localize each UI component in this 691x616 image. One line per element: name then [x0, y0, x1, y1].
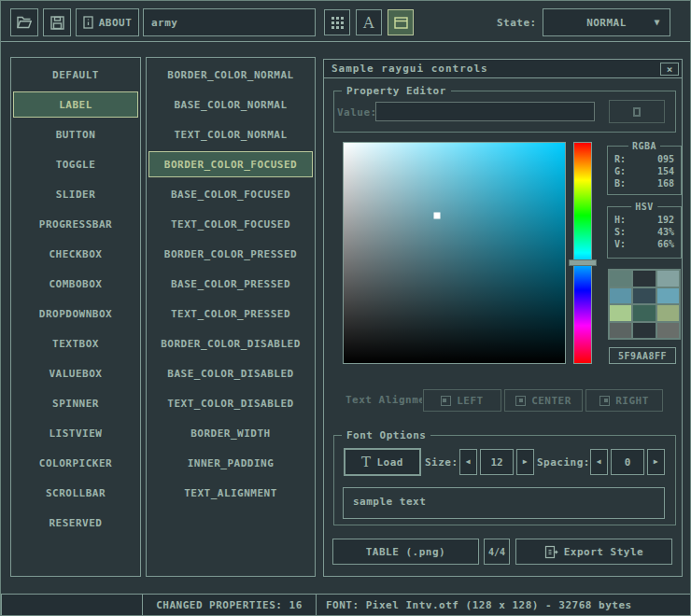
property-list-item-base_color_focused[interactable]: BASE_COLOR_FOCUSED [148, 179, 313, 209]
property-list-item-text_color_pressed[interactable]: TEXT_COLOR_PRESSED [148, 299, 313, 329]
color-swatch[interactable] [657, 323, 679, 339]
save-file-button[interactable] [43, 8, 71, 36]
controls-list-item-colorpicker[interactable]: COLORPICKER [13, 448, 138, 478]
color-swatch[interactable] [610, 271, 631, 287]
hue-slider-handle[interactable] [569, 259, 597, 266]
state-label: State: [497, 17, 537, 29]
color-swatch[interactable] [633, 271, 655, 287]
controls-list-item-listview[interactable]: LISTVIEW [13, 418, 138, 448]
style-mode-button[interactable] [388, 9, 414, 35]
property-list-item-border_color_focused[interactable]: BORDER_COLOR_FOCUSED [148, 151, 313, 177]
property-list-item-border_color_pressed[interactable]: BORDER_COLOR_PRESSED [148, 239, 313, 269]
close-button[interactable]: × [660, 63, 679, 76]
value-edit-button[interactable] [609, 100, 665, 123]
grid-view-button[interactable] [324, 9, 350, 35]
color-swatch[interactable] [633, 288, 655, 304]
property-list-item-text_color_normal[interactable]: TEXT_COLOR_NORMAL [148, 119, 313, 149]
controls-list-item-valuebox[interactable]: VALUEBOX [13, 358, 138, 388]
hex-color-input[interactable]: 5F9AA8FF [609, 347, 676, 364]
export-file-icon [544, 545, 558, 559]
about-button[interactable]: ABOUT [76, 8, 139, 36]
changed-properties-text: CHANGED PROPERTIES: 16 [156, 599, 303, 611]
property-list-item-border_width[interactable]: BORDER_WIDTH [148, 418, 313, 448]
property-list-item-text_color_focused[interactable]: TEXT_COLOR_FOCUSED [148, 209, 313, 239]
hue-slider[interactable] [573, 142, 592, 364]
property-editor-group-label: Property Editor [342, 85, 451, 97]
state-dropdown[interactable]: NORMAL ▼ [543, 8, 670, 36]
controls-list-item-checkbox[interactable]: CHECKBOX [13, 239, 138, 269]
h-label: H: [614, 215, 626, 225]
table-pages-value: 4/4 [488, 547, 505, 557]
controls-list-item-textbox[interactable]: TEXTBOX [13, 329, 138, 358]
rgba-group-label: RGBA [628, 141, 660, 151]
chevron-down-icon: ▼ [654, 18, 660, 27]
color-swatch[interactable] [610, 288, 631, 304]
b-label: B: [614, 178, 626, 189]
export-style-button[interactable]: Export Style [515, 539, 672, 565]
property-list-item-border_color_disabled[interactable]: BORDER_COLOR_DISABLED [148, 329, 313, 358]
controls-list-item-label[interactable]: LABEL [13, 91, 138, 118]
color-saturation-value-panel[interactable] [343, 142, 566, 364]
property-list-item-base_color_disabled[interactable]: BASE_COLOR_DISABLED [148, 358, 313, 388]
property-list-item-text_color_disabled[interactable]: TEXT_COLOR_DISABLED [148, 388, 313, 418]
align-right-label: RIGHT [615, 395, 649, 407]
load-font-button[interactable]: T Load [344, 448, 421, 476]
controls-list-item-toggle[interactable]: TOGGLE [13, 149, 138, 179]
value-input[interactable] [375, 102, 595, 121]
export-style-label: Export Style [564, 546, 643, 558]
spacing-increment-button[interactable]: ▶ [647, 449, 665, 475]
color-swatch[interactable] [633, 305, 655, 321]
property-list-item-border_color_normal[interactable]: BORDER_COLOR_NORMAL [148, 60, 313, 90]
controls-list-item-button[interactable]: BUTTON [13, 119, 138, 149]
color-swatch[interactable] [657, 305, 679, 321]
color-cursor[interactable] [433, 212, 440, 218]
font-size-value[interactable]: 12 [480, 449, 514, 475]
table-export-button[interactable]: TABLE (.png) [332, 539, 479, 565]
controls-list-item-progressbar[interactable]: PROGRESSBAR [13, 209, 138, 239]
rguistyler-app: ABOUT army A State: [0, 0, 691, 616]
property-list-item-text_alignment[interactable]: TEXT_ALIGNMENT [148, 478, 313, 508]
spacing-decrement-button[interactable]: ◀ [590, 449, 608, 475]
folder-open-icon [17, 16, 32, 29]
load-font-label: Load [377, 456, 404, 469]
color-swatch[interactable] [657, 271, 679, 287]
window-titlebar[interactable]: Sample raygui controls [324, 60, 682, 78]
size-decrement-button[interactable]: ◀ [459, 449, 477, 475]
controls-list-item-combobox[interactable]: COMBOBOX [13, 269, 138, 299]
color-swatch[interactable] [633, 323, 655, 339]
color-swatch[interactable] [657, 288, 679, 304]
v-label: V: [614, 239, 626, 249]
controls-list-item-scrollbar[interactable]: SCROLLBAR [13, 478, 138, 508]
property-list-item-base_color_normal[interactable]: BASE_COLOR_NORMAL [148, 90, 313, 119]
sample-text-input[interactable]: sample text [343, 487, 665, 519]
rgba-group: RGBA R: 095 G: 154 B: 168 [607, 146, 682, 195]
font-t-icon: T [361, 454, 372, 470]
align-left-button[interactable]: LEFT [423, 389, 501, 412]
align-center-label: CENTER [531, 395, 571, 407]
font-mode-button[interactable]: A [356, 9, 382, 35]
about-button-label: ABOUT [99, 17, 133, 29]
font-a-icon: A [363, 14, 374, 32]
color-swatch[interactable] [610, 323, 631, 339]
style-name-input[interactable]: army [143, 8, 316, 36]
font-spacing-value[interactable]: 0 [611, 449, 644, 475]
controls-list-item-default[interactable]: DEFAULT [13, 60, 138, 90]
align-right-button[interactable]: RIGHT [585, 389, 663, 412]
property-list-item-base_color_pressed[interactable]: BASE_COLOR_PRESSED [148, 269, 313, 299]
statusbar-font-info: FONT: Pixel Intv.otf (128 x 128) - 32768… [316, 594, 691, 616]
sample-controls-window: Sample raygui controls × Property Editor… [323, 59, 683, 577]
controls-list-item-dropdownbox[interactable]: DROPDOWNBOX [13, 299, 138, 329]
controls-list-item-reserved[interactable]: RESERVED [13, 508, 138, 538]
hsv-group: HSV H: 192 S: 43% V: 66% [607, 206, 682, 259]
property-list: BORDER_COLOR_NORMALBASE_COLOR_NORMALTEXT… [146, 57, 316, 577]
hex-color-value: 5F9AA8FF [618, 351, 667, 361]
table-pages-box[interactable]: 4/4 [484, 539, 510, 565]
controls-list-item-spinner[interactable]: SPINNER [13, 388, 138, 418]
table-export-label: TABLE (.png) [366, 546, 445, 558]
controls-list-item-slider[interactable]: SLIDER [13, 179, 138, 209]
color-swatch[interactable] [610, 305, 631, 321]
size-increment-button[interactable]: ▶ [516, 449, 534, 475]
align-center-button[interactable]: CENTER [504, 389, 583, 412]
property-list-item-inner_padding[interactable]: INNER_PADDING [148, 448, 313, 478]
open-file-button[interactable] [10, 8, 38, 36]
